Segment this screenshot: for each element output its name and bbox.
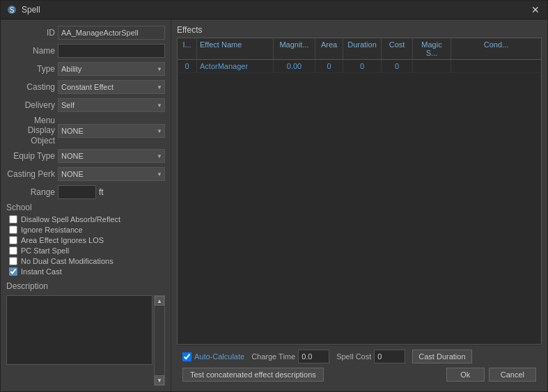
scrollbar-up-btn[interactable]: ▲	[155, 296, 164, 306]
checkbox-no-dual-cast[interactable]	[9, 257, 17, 265]
casting-perk-row: Casting Perk NONE	[6, 166, 165, 182]
scrollbar-down-btn[interactable]: ▼	[155, 375, 164, 385]
delivery-select[interactable]: Self	[58, 98, 165, 112]
range-input[interactable]	[58, 185, 96, 199]
right-panel: Effects I... Effect Name Magnit... Area …	[171, 19, 547, 391]
checkbox-pc-start[interactable]	[9, 246, 17, 255]
equip-type-select-wrap: NONE	[58, 149, 165, 163]
spell-cost-group: Spell Cost	[336, 350, 405, 363]
checkbox-label-4: No Dual Cast Modifications	[21, 257, 113, 265]
menu-display-row: Menu DisplayObject NONE	[6, 116, 165, 146]
cast-duration-button[interactable]: Cast Duration	[412, 350, 471, 363]
test-button[interactable]: Test concatenated effect descriptions	[182, 368, 324, 382]
col-header-cond: Cond...	[451, 38, 541, 59]
range-row: Range ft	[6, 185, 165, 200]
col-header-magnitude: Magnit...	[274, 38, 315, 59]
auto-calc-checkbox[interactable]	[182, 352, 191, 361]
name-label: Name	[6, 46, 55, 56]
table-header: I... Effect Name Magnit... Area Duration…	[178, 38, 541, 60]
cell-name-0: ActorManager	[197, 60, 274, 72]
name-input[interactable]	[58, 44, 165, 58]
ok-cancel-group: Ok Cancel	[446, 368, 536, 382]
casting-row: Casting Constant Effect	[6, 79, 165, 95]
school-label: School	[6, 203, 165, 212]
type-label: Type	[6, 64, 55, 74]
close-button[interactable]: ✕	[529, 3, 542, 16]
casting-perk-select-wrap: NONE	[58, 167, 165, 181]
delivery-select-wrap: Self	[58, 98, 165, 112]
svg-text:S: S	[10, 6, 15, 14]
col-header-area: Area	[315, 38, 343, 59]
delivery-row: Delivery Self	[6, 97, 165, 113]
cell-magnitude-0: 0.00	[274, 60, 315, 72]
description-scrollbar: ▲ ▼	[154, 295, 165, 386]
type-select-wrap: Ability	[58, 62, 165, 76]
range-label: Range	[6, 187, 55, 197]
checkbox-row-4: No Dual Cast Modifications	[9, 257, 165, 265]
checkbox-label-5: Instant Cast	[21, 267, 62, 276]
menu-display-select[interactable]: NONE	[58, 124, 165, 138]
spell-cost-input[interactable]	[374, 350, 405, 363]
charge-time-group: Charge Time	[251, 350, 329, 363]
casting-perk-select[interactable]: NONE	[58, 167, 165, 181]
bottom-bar: Auto-Calculate Charge Time Spell Cost Ca…	[177, 345, 542, 386]
checkbox-label-0: Disallow Spell Absorb/Reflect	[21, 215, 120, 224]
bottom-row-2: Test concatenated effect descriptions Ok…	[182, 368, 536, 382]
col-header-cost: Cost	[382, 38, 413, 59]
effects-table: I... Effect Name Magnit... Area Duration…	[177, 38, 542, 345]
equip-type-label: Equip Type	[6, 151, 55, 161]
main-content: ID Name Type Ability Casting	[1, 19, 547, 391]
casting-select[interactable]: Constant Effect	[58, 80, 165, 94]
col-header-magic: Magic S...	[413, 38, 451, 59]
cell-area-0: 0	[315, 60, 343, 72]
table-row[interactable]: 0 ActorManager 0.00 0 0 0	[178, 60, 541, 73]
description-label: Description	[6, 281, 165, 291]
id-label: ID	[6, 28, 55, 38]
type-select[interactable]: Ability	[58, 62, 165, 76]
checkbox-label-3: PC Start Spell	[21, 246, 69, 255]
description-textarea[interactable]	[6, 295, 152, 365]
checkbox-row-2: Area Effect Ignores LOS	[9, 236, 165, 244]
checkbox-row-1: Ignore Resistance	[9, 226, 165, 234]
casting-label: Casting	[6, 82, 55, 92]
left-panel: ID Name Type Ability Casting	[1, 19, 171, 391]
checkbox-disallow-absorb[interactable]	[9, 215, 17, 224]
equip-type-row: Equip Type NONE	[6, 148, 165, 164]
auto-calc-label: Auto-Calculate	[194, 352, 244, 361]
col-header-name: Effect Name	[197, 38, 274, 59]
charge-time-label: Charge Time	[251, 352, 295, 361]
cell-cond-0	[451, 60, 541, 72]
charge-time-input[interactable]	[298, 350, 329, 363]
casting-perk-label: Casting Perk	[6, 169, 55, 179]
checkbox-label-2: Area Effect Ignores LOS	[21, 236, 104, 244]
menu-display-label: Menu DisplayObject	[6, 116, 55, 146]
col-header-duration: Duration	[343, 38, 382, 59]
cell-duration-0: 0	[343, 60, 382, 72]
bottom-row-1: Auto-Calculate Charge Time Spell Cost Ca…	[182, 350, 536, 363]
id-row: ID	[6, 25, 165, 40]
checkbox-row-5: Instant Cast	[9, 267, 165, 276]
delivery-label: Delivery	[6, 100, 55, 110]
cell-cost-0: 0	[382, 60, 413, 72]
checkboxes-group: Disallow Spell Absorb/Reflect Ignore Res…	[6, 215, 165, 276]
table-body: 0 ActorManager 0.00 0 0 0	[178, 60, 541, 344]
cancel-button[interactable]: Cancel	[489, 368, 536, 382]
ok-button[interactable]: Ok	[446, 368, 485, 382]
col-header-idx: I...	[178, 38, 197, 59]
checkbox-area-effect-los[interactable]	[9, 236, 17, 244]
window-title: Spell	[22, 5, 525, 15]
cell-magic-0	[413, 60, 451, 72]
checkbox-instant-cast[interactable]	[9, 267, 17, 276]
equip-type-select[interactable]: NONE	[58, 149, 165, 163]
spell-cost-label: Spell Cost	[336, 352, 371, 361]
spell-window: S Spell ✕ ID Name Type Ability	[0, 0, 548, 392]
checkbox-label-1: Ignore Resistance	[21, 226, 83, 234]
description-container: ▲ ▼	[6, 295, 165, 386]
name-row: Name	[6, 43, 165, 58]
range-unit: ft	[99, 187, 104, 197]
effects-label: Effects	[177, 25, 542, 35]
casting-select-wrap: Constant Effect	[58, 80, 165, 94]
checkbox-ignore-resistance[interactable]	[9, 226, 17, 234]
id-input[interactable]	[58, 26, 165, 40]
checkbox-row-0: Disallow Spell Absorb/Reflect	[9, 215, 165, 224]
